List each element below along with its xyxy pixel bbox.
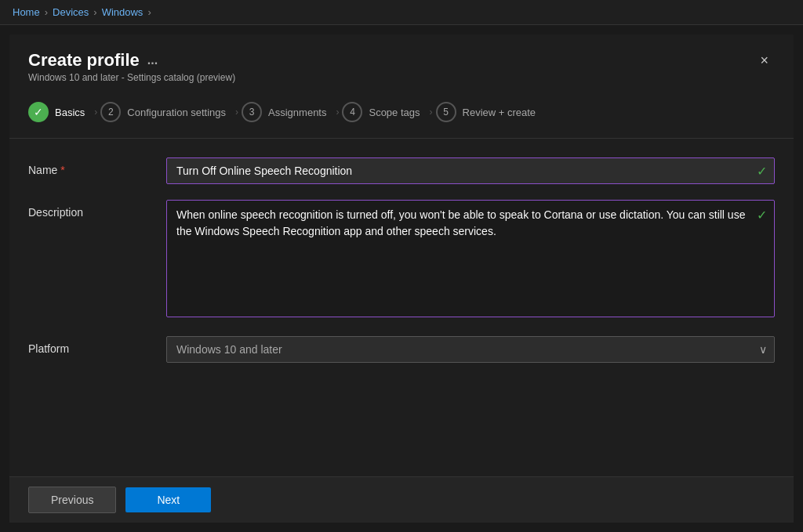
description-check-icon: ✓ <box>757 208 767 223</box>
breadcrumb-sep-3: › <box>147 6 151 18</box>
description-label: Description <box>28 200 154 219</box>
step-label-config: Configuration settings <box>127 107 226 118</box>
panel-title-area: Create profile ... Windows 10 and later … <box>28 50 235 83</box>
step-number-3: 3 <box>242 102 262 122</box>
step-number-2: 2 <box>100 102 121 122</box>
step-number-1: ✓ <box>28 102 49 122</box>
wizard-steps: ✓ Basics › 2 Configuration settings › 3 … <box>9 92 794 139</box>
step-label-basics: Basics <box>55 107 85 118</box>
more-options-icon[interactable]: ... <box>147 53 158 67</box>
breadcrumb-home[interactable]: Home <box>13 6 40 18</box>
panel-header: Create profile ... Windows 10 and later … <box>9 34 794 92</box>
step-label-assignments: Assignments <box>268 107 326 118</box>
checkmark-icon: ✓ <box>34 106 43 118</box>
breadcrumb-windows[interactable]: Windows <box>102 6 144 18</box>
wizard-sep-4: › <box>430 107 433 118</box>
name-label: Name * <box>28 157 154 176</box>
platform-select[interactable]: Windows 10 and later <box>166 336 775 363</box>
name-check-icon: ✓ <box>757 164 767 179</box>
wizard-step-scope[interactable]: 4 Scope tags <box>342 99 426 125</box>
close-button[interactable]: × <box>754 50 775 71</box>
step-number-5: 5 <box>436 102 456 122</box>
platform-label: Platform <box>28 336 154 355</box>
wizard-step-assignments[interactable]: 3 Assignments <box>242 99 332 125</box>
previous-button[interactable]: Previous <box>28 487 116 513</box>
description-textarea[interactable]: When online speech recognition is turned… <box>166 200 775 317</box>
step-label-scope: Scope tags <box>369 107 420 118</box>
name-field-wrap: ✓ <box>166 157 775 184</box>
platform-select-wrap: Windows 10 and later ∨ <box>166 336 775 363</box>
panel-title: Create profile ... <box>28 50 235 71</box>
step-number-4: 4 <box>342 102 362 122</box>
platform-row: Platform Windows 10 and later ∨ <box>28 336 775 363</box>
breadcrumb-sep-2: › <box>93 6 96 18</box>
step-label-review: Review + create <box>463 107 536 118</box>
description-row: Description When online speech recogniti… <box>28 200 775 320</box>
wizard-sep-1: › <box>94 107 97 118</box>
breadcrumb: Home › Devices › Windows › <box>0 0 803 25</box>
breadcrumb-sep-1: › <box>45 6 48 18</box>
panel-title-text: Create profile <box>28 50 140 71</box>
panel-subtitle: Windows 10 and later - Settings catalog … <box>28 72 235 83</box>
wizard-sep-3: › <box>336 107 339 118</box>
name-input[interactable] <box>166 157 775 184</box>
next-button[interactable]: Next <box>125 487 211 512</box>
form-area: Name * ✓ Description When online speech … <box>9 139 794 476</box>
name-row: Name * ✓ <box>28 157 775 184</box>
wizard-step-review[interactable]: 5 Review + create <box>436 99 543 125</box>
required-star: * <box>60 164 64 176</box>
wizard-step-config[interactable]: 2 Configuration settings <box>100 99 232 125</box>
description-field-wrap: When online speech recognition is turned… <box>166 200 775 320</box>
main-panel: Create profile ... Windows 10 and later … <box>9 34 794 523</box>
wizard-step-basics[interactable]: ✓ Basics <box>28 99 91 125</box>
wizard-sep-2: › <box>235 107 238 118</box>
breadcrumb-devices[interactable]: Devices <box>53 6 89 18</box>
panel-footer: Previous Next <box>9 476 794 523</box>
